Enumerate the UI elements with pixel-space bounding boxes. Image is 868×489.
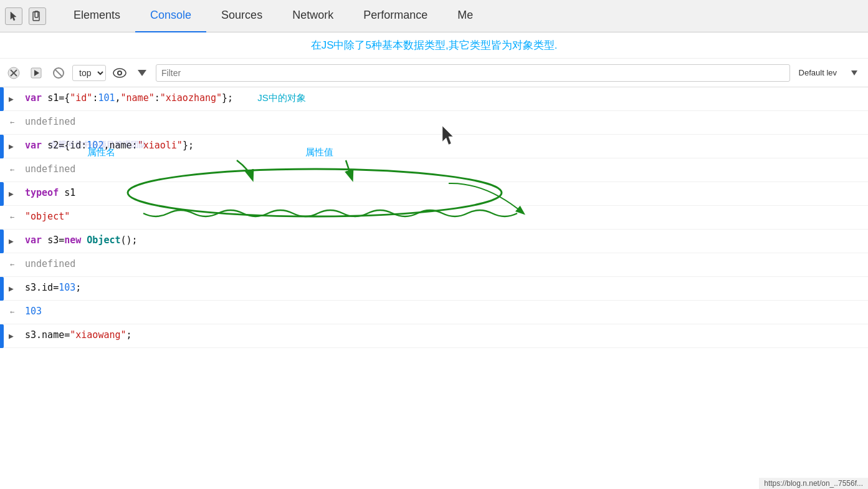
row-output-arrow-2: ←: [10, 164, 14, 175]
watermark-text: 合肥河北中心项目管理团队: [50, 138, 147, 151]
output-undefined-2: undefined: [25, 163, 75, 175]
console-row-6: ← "object": [0, 206, 868, 230]
select-element-button[interactable]: [5, 7, 22, 25]
default-level-dropdown[interactable]: [846, 64, 863, 82]
console-row-5: ▶ typeof s1: [0, 182, 868, 206]
eye-button[interactable]: [111, 64, 128, 82]
row-content-1: var s1={"id":101,"name":"xiaozhang"}; JS…: [25, 91, 861, 105]
block-button[interactable]: [50, 64, 67, 82]
tab-performance[interactable]: Performance: [348, 0, 442, 32]
play-button[interactable]: [27, 64, 45, 82]
row-gutter-3: [0, 135, 4, 158]
row-output-arrow-3: ←: [10, 211, 14, 223]
console-row-7: ▶ var s3=new Object();: [0, 230, 868, 253]
output-object: "object": [25, 211, 70, 222]
val-xiaozhang: "xiaozhang": [160, 92, 222, 104]
clear-console-button[interactable]: [5, 64, 22, 82]
toolbar-icons: [5, 7, 46, 25]
tab-network[interactable]: Network: [277, 0, 348, 32]
output-103: 103: [25, 306, 42, 317]
row-expand-5[interactable]: ▶: [9, 188, 14, 200]
console-row-4: ← undefined: [0, 158, 868, 182]
row-gutter-9: [0, 277, 4, 301]
key-id: "id": [70, 92, 92, 104]
row-output-arrow-5: ←: [10, 306, 14, 317]
output-undefined-3: undefined: [25, 258, 75, 269]
default-level-selector[interactable]: Default lev: [795, 67, 841, 79]
device-toolbar-button[interactable]: [29, 7, 46, 25]
url-bar: https://blog.n.net/on_..7556f...: [759, 478, 868, 489]
console-row-2: ← undefined: [0, 111, 868, 135]
row-expand-11[interactable]: ▶: [9, 330, 14, 342]
tab-more[interactable]: Me: [442, 0, 488, 32]
console-row-3: ▶ var s2={id:102,name:"xiaoli"}; 合肥河北中心项…: [0, 135, 868, 158]
tab-sources[interactable]: Sources: [206, 0, 277, 32]
tab-elements[interactable]: Elements: [59, 0, 135, 32]
filter-input[interactable]: [156, 64, 790, 82]
row-expand-9[interactable]: ▶: [9, 283, 14, 295]
annotation-banner: 在JS中除了5种基本数据类型,其它类型皆为对象类型.: [0, 32, 868, 59]
row-output-arrow-1: ←: [10, 117, 14, 128]
console-content: ▶ var s1={"id":101,"name":"xiaozhang"}; …: [0, 87, 868, 489]
row-expand-1[interactable]: ▶: [9, 93, 14, 105]
var-name: s1={: [47, 92, 70, 104]
row-expand-3[interactable]: ▶: [9, 140, 14, 153]
row-gutter-1: [0, 87, 4, 111]
row-gutter-11: [0, 324, 4, 348]
context-selector[interactable]: top: [72, 65, 106, 81]
banner-text: 在JS中除了5种基本数据类型,其它类型皆为对象类型.: [311, 38, 558, 52]
row-gutter-7: [0, 230, 4, 253]
console-row-8: ← undefined: [0, 253, 868, 277]
js-obj-label: JS中的对象: [257, 92, 306, 103]
svg-line-8: [55, 69, 62, 77]
key-name: "name": [121, 92, 155, 104]
console-row-11: ▶ s3.name="xiaowang";: [0, 324, 868, 348]
keyword-var: var: [25, 92, 47, 104]
console-row-1: ▶ var s1={"id":101,"name":"xiaozhang"}; …: [0, 87, 868, 111]
console-toolbar: top Default lev: [0, 59, 868, 87]
svg-point-11: [118, 72, 121, 74]
console-row-9: ▶ s3.id=103;: [0, 277, 868, 301]
filter-dropdown-button[interactable]: [133, 64, 151, 82]
console-row-10: ← 103: [0, 301, 868, 324]
row-output-arrow-4: ←: [10, 259, 14, 270]
row-expand-7[interactable]: ▶: [9, 235, 14, 248]
svg-marker-13: [851, 70, 857, 75]
devtools-tabbar: Elements Console Sources Network Perform…: [0, 0, 868, 32]
val-101: 101: [98, 92, 115, 104]
tab-console[interactable]: Console: [135, 0, 206, 32]
row-gutter-5: [0, 182, 4, 206]
svg-marker-12: [138, 70, 146, 76]
output-undefined-1: undefined: [25, 116, 75, 127]
